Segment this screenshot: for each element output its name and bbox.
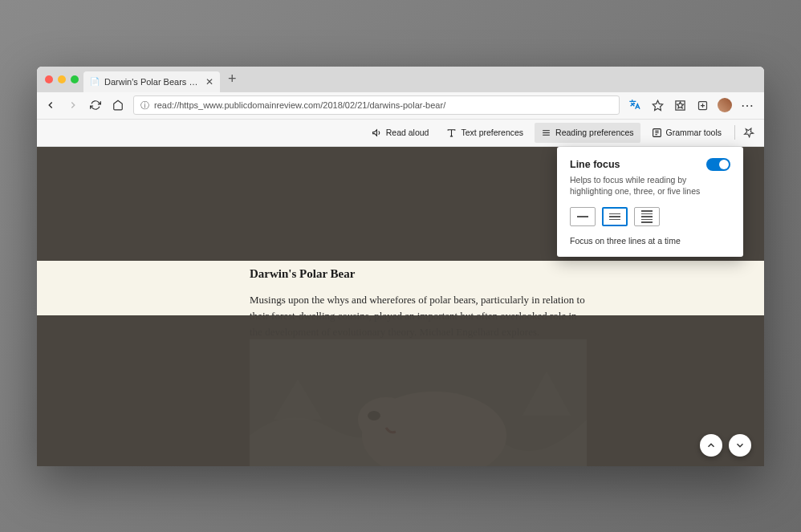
popup-description: Helps to focus while reading by highligh… (570, 174, 730, 197)
close-tab-button[interactable]: ✕ (205, 76, 213, 87)
article-paragraph: Musings upon the whys and wherefores of … (250, 292, 587, 340)
home-button[interactable] (111, 98, 125, 112)
text-preferences-button[interactable]: Text preferences (440, 123, 530, 143)
toolbar-separator (734, 125, 735, 140)
close-window-button[interactable] (45, 75, 53, 83)
grammar-tools-label: Grammar tools (666, 128, 722, 137)
address-bar[interactable]: ⓘ read://https_www.publicdomainreview.co… (133, 95, 620, 115)
line-focus-options (570, 207, 730, 226)
site-info-icon[interactable]: ⓘ (140, 99, 149, 112)
reading-preferences-label: Reading preferences (555, 128, 633, 137)
article-illustration (250, 339, 587, 466)
profile-avatar[interactable] (718, 98, 732, 112)
focus-three-lines-option[interactable] (602, 207, 628, 226)
tab-title: Darwin's Polar Bears - The... (104, 77, 201, 87)
read-aloud-button[interactable]: Read aloud (365, 123, 436, 143)
popup-caption: Focus on three lines at a time (570, 236, 730, 246)
text-preferences-label: Text preferences (461, 128, 523, 137)
window-controls (42, 75, 83, 83)
svg-point-7 (358, 397, 414, 442)
back-button[interactable] (43, 98, 58, 112)
browser-window: 📄 Darwin's Polar Bears - The... ✕ + ⓘ re… (37, 67, 764, 466)
focus-up-button[interactable] (700, 434, 722, 457)
toolbar-right-icons: ⋯ (628, 98, 758, 112)
popup-title: Line focus (570, 159, 620, 170)
line-focus-toggle[interactable] (706, 158, 730, 171)
forward-button[interactable] (66, 98, 80, 112)
focus-five-lines-option[interactable] (634, 207, 660, 226)
favorites-bar-icon[interactable] (673, 98, 687, 112)
browser-tab[interactable]: 📄 Darwin's Polar Bears - The... ✕ (83, 71, 220, 92)
line-focus-popup: Line focus Helps to focus while reading … (557, 147, 743, 257)
reading-preferences-button[interactable]: Reading preferences (535, 123, 640, 143)
read-aloud-label: Read aloud (386, 128, 429, 137)
favorite-icon[interactable] (650, 98, 665, 112)
focus-one-line-option[interactable] (570, 207, 596, 226)
article-title: Darwin's Polar Bear (250, 267, 587, 281)
pin-toolbar-button[interactable] (742, 125, 756, 140)
minimize-window-button[interactable] (58, 75, 66, 83)
article-body: Darwin's Polar Bear Musings upon the why… (250, 267, 587, 340)
refresh-button[interactable] (88, 98, 103, 112)
focus-down-button[interactable] (729, 434, 751, 457)
reader-toolbar: Read aloud Text preferences Reading pref… (37, 120, 764, 147)
collections-icon[interactable] (695, 98, 710, 112)
tab-bar: 📄 Darwin's Polar Bears - The... ✕ + (37, 67, 764, 92)
translate-icon[interactable] (628, 98, 642, 112)
url-text: read://https_www.publicdomainreview.com/… (154, 100, 445, 110)
tab-favicon: 📄 (90, 77, 100, 86)
maximize-window-button[interactable] (71, 75, 79, 83)
more-menu-icon[interactable]: ⋯ (740, 98, 754, 112)
grammar-tools-button[interactable]: Grammar tools (645, 123, 728, 143)
new-tab-button[interactable]: + (220, 71, 245, 87)
svg-point-8 (368, 411, 380, 420)
address-bar-row: ⓘ read://https_www.publicdomainreview.co… (37, 92, 764, 120)
line-focus-nav (700, 434, 751, 457)
